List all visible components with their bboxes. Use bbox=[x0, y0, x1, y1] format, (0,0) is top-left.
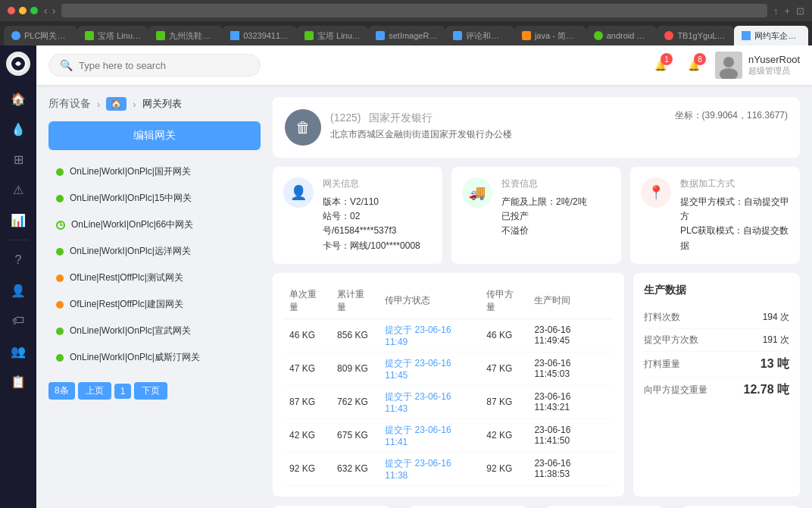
list-item[interactable]: OnLine|WorkI|OnPlc|66中网关 bbox=[48, 212, 261, 237]
tab-tb[interactable]: TB1gYguLX... bbox=[657, 26, 734, 45]
edit-gateway-btn[interactable]: 编辑网关 bbox=[48, 121, 261, 150]
tab-review[interactable]: 评论和@-... bbox=[445, 26, 514, 45]
tab-label-jiuzhou: 九州洗鞋列... bbox=[169, 30, 215, 42]
tab-favicon-baota2 bbox=[304, 31, 314, 40]
tab-label-032: 032394119... bbox=[243, 31, 289, 40]
investment-icon: 🚚 bbox=[462, 177, 492, 208]
tab-baota[interactable]: 宝塔 Linux... bbox=[77, 26, 148, 45]
share-icon[interactable]: ↑ bbox=[773, 5, 779, 17]
breadcrumb-separator2: › bbox=[133, 99, 136, 110]
minimize-window-btn[interactable] bbox=[19, 7, 27, 14]
device-header: 🗑 (1225) 国家开发银行 北京市西城区金融街街道国家开发银行办公楼 坐标：… bbox=[273, 97, 800, 158]
list-item[interactable]: OnLine|WorkI|OnPlc|15中网关 bbox=[48, 186, 261, 211]
list-item[interactable]: OfLine|Rest|OffPlc|建国网关 bbox=[48, 292, 261, 317]
cell-status: 提交于 23-06-16 11:43 bbox=[379, 385, 480, 419]
sidebar-item-grid[interactable]: ⊞ bbox=[5, 146, 32, 173]
gateway-name: OnLine|WorkI|OnPlc|66中网关 bbox=[71, 218, 193, 231]
tabs-icon[interactable]: ⊡ bbox=[796, 5, 804, 17]
sidebar-item-chart[interactable]: 📊 bbox=[5, 206, 32, 234]
new-tab-icon[interactable]: + bbox=[784, 5, 790, 17]
search-box[interactable]: 🔍 bbox=[48, 54, 261, 77]
cell-time: 23-06-16 11:38:53 bbox=[528, 452, 614, 485]
investment-info-card: 🚚 投资信息 产能及上限：2吨/2吨 已投产 不溢价 bbox=[451, 167, 621, 264]
table-row: 47 KG 809 KG 提交于 23-06-16 11:45 47 KG 23… bbox=[283, 352, 614, 385]
device-icon: 🗑 bbox=[285, 109, 321, 146]
device-coords: 坐标：(39.9064，116.3677) bbox=[675, 109, 788, 122]
tab-032[interactable]: 032394119... bbox=[223, 26, 297, 45]
gateway-name: OfLine|Rest|OffPlc|测试网关 bbox=[70, 271, 183, 284]
user-role: 超级管理员 bbox=[748, 65, 800, 77]
forward-btn[interactable]: › bbox=[52, 5, 56, 17]
list-item[interactable]: OfLine|Rest|OffPlc|测试网关 bbox=[48, 265, 261, 290]
sidebar-item-help[interactable]: ? bbox=[5, 246, 32, 274]
sidebar-item-tag[interactable]: 🏷 bbox=[5, 307, 32, 334]
svg-point-2 bbox=[723, 57, 734, 67]
cell-total-weight: 675 KG bbox=[331, 419, 379, 452]
search-input[interactable] bbox=[79, 60, 249, 71]
list-item[interactable]: OnLine|WorkI|OnPlc|宣武网关 bbox=[48, 318, 261, 343]
cell-time: 23-06-16 11:45:03 bbox=[528, 352, 614, 385]
tab-plc[interactable]: PLC网关详... bbox=[4, 26, 77, 45]
gateway-info-title: 网关信息 bbox=[323, 177, 432, 190]
browser-actions: ↑ + ⊡ bbox=[773, 5, 804, 17]
tab-setimage[interactable]: setImageRe... bbox=[368, 26, 445, 45]
breadcrumb-home-btn[interactable]: 🏠 bbox=[106, 97, 126, 111]
tab-favicon-plc bbox=[11, 31, 20, 40]
cell-status: 提交于 23-06-16 11:45 bbox=[379, 352, 480, 385]
list-item[interactable]: OnLine|WorkI|OnPlc|国开网关 bbox=[48, 159, 261, 184]
cell-single-weight: 46 KG bbox=[283, 318, 331, 352]
cell-single-weight: 42 KG bbox=[283, 419, 331, 452]
sidebar-item-list[interactable]: 📋 bbox=[5, 368, 32, 395]
tab-baota2[interactable]: 宝塔 Linux... bbox=[297, 26, 368, 45]
bell-notification-btn[interactable]: 🔔 1 bbox=[648, 53, 673, 77]
topbar: 🔍 🔔 1 🔔 8 nYuserRoot bbox=[36, 45, 812, 85]
cell-status: 提交于 23-06-16 11:41 bbox=[379, 419, 480, 452]
cell-transfer: 46 KG bbox=[480, 318, 528, 352]
tab-car[interactable]: 网约车企业... bbox=[734, 26, 808, 45]
production-value: 194 次 bbox=[763, 311, 789, 324]
sidebar-item-alert[interactable]: ⚠ bbox=[5, 176, 32, 203]
data-input-icon: 📍 bbox=[641, 177, 671, 208]
sidebar-item-user[interactable]: 👤 bbox=[5, 277, 32, 304]
status-dot bbox=[56, 248, 64, 256]
investment-capacity: 产能及上限：2吨/2吨 bbox=[501, 195, 611, 209]
url-bar[interactable] bbox=[61, 4, 767, 17]
cycle-icon bbox=[56, 221, 65, 230]
sidebar-item-water[interactable]: 💧 bbox=[5, 115, 32, 143]
status-dot bbox=[56, 168, 64, 176]
table-row: 87 KG 762 KG 提交于 23-06-16 11:43 87 KG 23… bbox=[283, 385, 614, 419]
next-page-btn[interactable]: 下页 bbox=[134, 382, 167, 400]
cell-transfer: 42 KG bbox=[480, 419, 528, 452]
cell-single-weight: 92 KG bbox=[283, 452, 331, 485]
prev-page-btn[interactable]: 上页 bbox=[78, 382, 111, 400]
gateway-name: OnLine|WorkI|OnPlc|国开网关 bbox=[70, 165, 191, 178]
close-window-btn[interactable] bbox=[8, 7, 15, 14]
right-panel: 🗑 (1225) 国家开发银行 北京市西城区金融街街道国家开发银行办公楼 坐标：… bbox=[273, 97, 800, 496]
tab-favicon-car bbox=[742, 31, 751, 40]
breadcrumb-separator: › bbox=[97, 99, 100, 110]
tab-java[interactable]: java - 简单... bbox=[514, 26, 586, 45]
data-input-title: 数据加工方式 bbox=[680, 177, 789, 190]
tab-android[interactable]: android 洗... bbox=[586, 26, 657, 45]
production-row: 打料次数 194 次 bbox=[644, 306, 789, 329]
data-input-content: 数据加工方式 提交甲方模式：自动提交甲方 PLC获取模式：自动提交数据 bbox=[680, 177, 789, 253]
back-btn[interactable]: ‹ bbox=[44, 5, 48, 17]
all-devices-label: 所有设备 bbox=[48, 97, 91, 111]
tab-favicon-android bbox=[594, 31, 603, 40]
maximize-window-btn[interactable] bbox=[30, 7, 38, 14]
list-item[interactable]: OnLine|WorkI|OnPlc|远洋网关 bbox=[48, 239, 261, 264]
user-avatar-area[interactable]: nYuserRoot 超级管理员 bbox=[715, 52, 800, 79]
data-section: 单次重量 累计重量 传甲方状态 传甲方量 生产时间 46 KG 856 KG 提… bbox=[273, 273, 800, 497]
tab-jiuzhou[interactable]: 九州洗鞋列... bbox=[148, 26, 223, 45]
col-transfer: 传甲方量 bbox=[480, 284, 528, 319]
table-row: 46 KG 856 KG 提交于 23-06-16 11:49 46 KG 23… bbox=[283, 318, 614, 352]
alert-notification-btn[interactable]: 🔔 8 bbox=[682, 53, 706, 77]
cell-total-weight: 762 KG bbox=[331, 385, 379, 419]
cell-transfer: 92 KG bbox=[480, 452, 528, 485]
sidebar-item-users[interactable]: 👥 bbox=[5, 337, 32, 365]
list-item[interactable]: OnLine|WorkI|OnPlc|威斯汀网关 bbox=[48, 345, 261, 370]
investment-title: 投资信息 bbox=[501, 177, 611, 190]
production-label: 向甲方提交重量 bbox=[644, 384, 707, 397]
production-row: 提交甲方次数 191 次 bbox=[644, 329, 789, 352]
sidebar-item-home[interactable]: 🏠 bbox=[5, 85, 32, 112]
